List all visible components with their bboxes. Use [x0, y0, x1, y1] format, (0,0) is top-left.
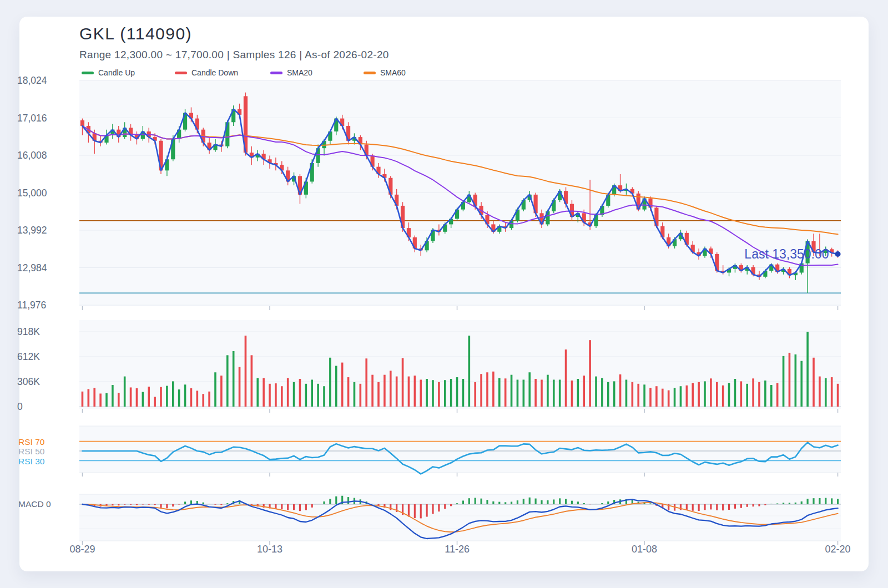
svg-text:15,000: 15,000 [17, 187, 47, 199]
svg-text:MACD 0: MACD 0 [18, 499, 51, 509]
svg-text:306K: 306K [17, 376, 40, 387]
svg-text:RSI 30: RSI 30 [18, 457, 45, 466]
volume-panel: 918K612K306K0 [17, 320, 841, 412]
svg-text:11-26: 11-26 [445, 544, 470, 555]
svg-text:12,984: 12,984 [17, 262, 47, 273]
svg-text:RSI 70: RSI 70 [18, 437, 45, 447]
svg-text:0: 0 [17, 401, 23, 412]
svg-text:13,992: 13,992 [17, 225, 47, 236]
svg-text:01-08: 01-08 [632, 544, 657, 555]
svg-text:02-20: 02-20 [825, 544, 851, 555]
price-panel: 18,02417,01616,00815,00013,99212,98411,9… [17, 75, 841, 311]
svg-text:18,024: 18,024 [17, 75, 47, 86]
macd-panel: MACD 0 [18, 494, 841, 541]
chart-canvas: 18,02417,01616,00815,00013,99212,98411,9… [0, 0, 888, 588]
svg-text:10-13: 10-13 [257, 544, 282, 555]
svg-text:08-29: 08-29 [69, 544, 95, 555]
svg-text:612K: 612K [17, 351, 40, 362]
svg-text:Last 13,350.00: Last 13,350.00 [744, 247, 829, 261]
svg-text:16,008: 16,008 [17, 150, 47, 161]
rsi-panel: RSI 70RSI 50RSI 30 [18, 426, 841, 474]
svg-text:RSI 50: RSI 50 [18, 447, 45, 456]
svg-text:918K: 918K [17, 326, 40, 337]
svg-text:11,976: 11,976 [17, 300, 46, 311]
svg-text:17,016: 17,016 [17, 113, 47, 124]
